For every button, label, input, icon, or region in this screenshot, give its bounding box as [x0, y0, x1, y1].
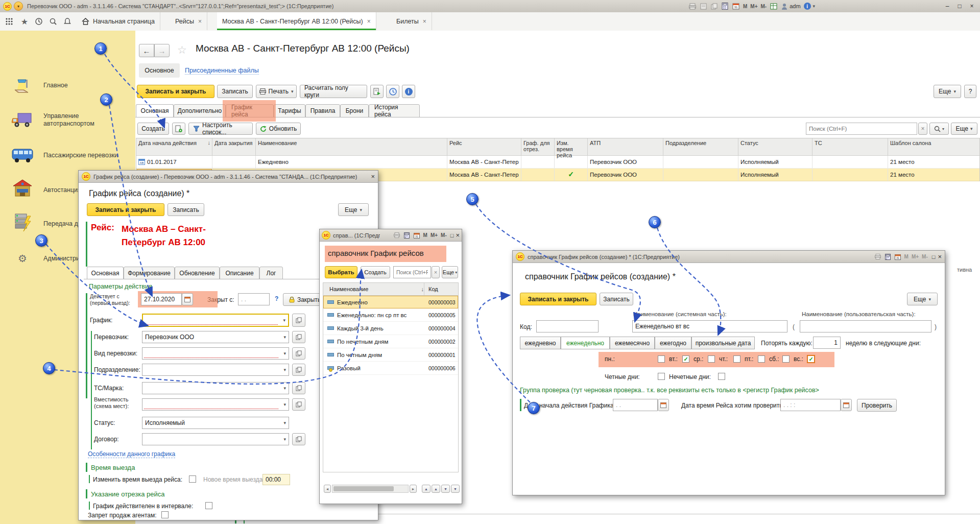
print-icon[interactable]: [394, 232, 400, 238]
main-menu-button[interactable]: ▾: [14, 2, 23, 11]
save-button[interactable]: Записать: [217, 85, 253, 98]
column-header[interactable]: Шаблон салона: [888, 138, 979, 156]
save-button[interactable]: Записать: [600, 293, 633, 305]
save-to-file-button[interactable]: [370, 85, 384, 98]
close-icon[interactable]: ×: [938, 253, 942, 260]
dlg1-tab-opisanie[interactable]: Описание: [220, 267, 259, 279]
view-tab-osnovnoe[interactable]: Основное: [139, 63, 180, 78]
more-button[interactable]: Еще▾: [442, 266, 458, 278]
refresh-button[interactable]: Обновить: [256, 123, 301, 135]
close-icon[interactable]: ×: [371, 173, 375, 180]
graph-field[interactable]: ▾: [142, 314, 289, 327]
calendar-icon[interactable]: 31: [414, 232, 420, 239]
freq-tab-ezhegodno[interactable]: ежегодно: [655, 337, 691, 349]
memory-mplus-button[interactable]: M+: [431, 232, 438, 238]
odd-days-checkbox[interactable]: [718, 373, 725, 380]
open-button[interactable]: [292, 382, 305, 394]
features-link[interactable]: Особенности данного графика: [88, 450, 175, 458]
search-icon[interactable]: [48, 16, 58, 27]
column-header[interactable]: АТП: [588, 138, 663, 156]
dlg1-tab-formirovanie[interactable]: Формирование: [124, 267, 175, 279]
tab-reysy[interactable]: Рейсы ×: [170, 12, 207, 30]
dialog-titlebar[interactable]: 1С График рейса (создание) - Перевозчик …: [79, 171, 378, 183]
freq-tab-ezhenedelno[interactable]: еженедельно: [561, 337, 610, 349]
more-button[interactable]: Еще▾: [907, 293, 938, 305]
sys-name-field[interactable]: Еженедельно вт вс: [632, 320, 787, 332]
day-checkbox-cht[interactable]: [733, 355, 740, 363]
status-field[interactable]: Исполняемый▾: [142, 417, 289, 429]
freq-tab-ezhednevno[interactable]: ежедневно: [520, 337, 561, 349]
move-top-button[interactable]: ▲: [422, 485, 431, 493]
column-header[interactable]: Дата закрытия: [212, 138, 256, 156]
history-clock-button[interactable]: [386, 85, 399, 98]
day-checkbox-pn[interactable]: [658, 355, 665, 363]
save-close-button[interactable]: Записать и закрыть: [137, 85, 214, 98]
list-more-button[interactable]: Еще▾: [951, 123, 977, 135]
open-button[interactable]: [292, 347, 305, 360]
close-icon[interactable]: ×: [423, 18, 426, 25]
memory-mminus-button[interactable]: M-: [922, 254, 928, 259]
page-tab-istoriya[interactable]: История рейса: [369, 104, 420, 117]
table-icon[interactable]: [770, 3, 777, 10]
division-field[interactable]: ▾: [142, 364, 289, 376]
print-icon[interactable]: [875, 254, 881, 259]
list-item[interactable]: Еженедельно: пн ср пт вс 000000005: [323, 308, 458, 322]
calendar-icon[interactable]: 31: [732, 3, 739, 10]
repeat-field[interactable]: 1: [813, 337, 841, 349]
window-maximize-button[interactable]: □: [953, 1, 966, 11]
column-header[interactable]: Подразделение: [663, 138, 738, 156]
open-button[interactable]: [292, 364, 305, 376]
select-button[interactable]: Выбрать: [325, 266, 357, 278]
history-icon[interactable]: [34, 16, 44, 27]
close-icon[interactable]: ×: [367, 18, 371, 25]
create-button[interactable]: Создать: [361, 266, 390, 278]
close-icon[interactable]: ×: [456, 231, 460, 239]
list-item[interactable]: Каждый 3-й день 000000004: [323, 322, 458, 335]
copy-icon[interactable]: [711, 3, 718, 10]
dialog-titlebar[interactable]: 1С справочник График рейсов (создание) *…: [513, 251, 945, 263]
open-button[interactable]: [292, 314, 305, 327]
freq-tab-ezhemesyachno[interactable]: ежемесячно: [610, 337, 655, 349]
memory-mminus-button[interactable]: M-: [761, 4, 767, 9]
page-tab-osnovnaya[interactable]: Основная: [136, 104, 174, 117]
chevron-down-icon[interactable]: ▾: [813, 4, 816, 9]
page-tab-broni[interactable]: Брони: [340, 104, 369, 117]
page-tab-pravila[interactable]: Правила: [305, 104, 340, 117]
sidebar-item-passazhirskie[interactable]: Пассажирские перевозки: [0, 144, 135, 166]
column-header[interactable]: Статус: [738, 138, 812, 156]
move-down-button[interactable]: ▼: [441, 485, 450, 493]
sections-menu-icon[interactable]: [4, 16, 14, 27]
column-header[interactable]: Граф. для отрез.: [521, 138, 555, 156]
preview-icon[interactable]: [700, 3, 707, 10]
favorites-icon[interactable]: ★: [19, 16, 30, 27]
contract-field[interactable]: ▾: [142, 433, 289, 445]
print-icon[interactable]: [689, 3, 696, 10]
save-close-button[interactable]: Записать и закрыть: [87, 203, 164, 216]
window-minimize-button[interactable]: ‒: [941, 1, 953, 11]
dialog-titlebar[interactable]: 1С справ... (1С:Предприятие) 31 M M+ M- …: [320, 229, 462, 242]
user-name-field[interactable]: [800, 320, 931, 332]
day-checkbox-sb[interactable]: [782, 355, 790, 363]
favorite-star-icon[interactable]: ☆: [177, 44, 187, 56]
info-icon[interactable]: i: [804, 3, 811, 10]
memory-m-button[interactable]: M: [904, 254, 909, 259]
column-header[interactable]: Изм. время рейса: [555, 138, 588, 156]
h-scrollbar[interactable]: [332, 485, 409, 493]
kind-field[interactable]: ▾: [142, 347, 289, 360]
dlg1-tab-log[interactable]: Лог: [259, 267, 283, 279]
save-close-button[interactable]: Записать и закрыть: [520, 293, 596, 305]
scroll-right-button[interactable]: ▸: [410, 485, 417, 493]
change-departure-checkbox[interactable]: [189, 475, 196, 483]
new-departure-field[interactable]: 00:00: [262, 474, 290, 485]
memory-mminus-button[interactable]: M-: [441, 232, 447, 238]
maximize-icon[interactable]: □: [932, 254, 936, 260]
view-tab-attachments[interactable]: Присоединенные файлы: [185, 67, 259, 75]
tab-bilety[interactable]: Билеты ×: [391, 12, 432, 30]
calculator-icon[interactable]: [885, 254, 891, 260]
nav-forward-button[interactable]: →: [154, 44, 170, 57]
more-button[interactable]: Еще▾: [934, 85, 961, 98]
window-close-button[interactable]: ×: [966, 1, 978, 11]
memory-mplus-button[interactable]: M+: [912, 254, 919, 259]
column-header[interactable]: Рейс: [447, 138, 521, 156]
search-lens-button[interactable]: ▾: [929, 123, 949, 135]
